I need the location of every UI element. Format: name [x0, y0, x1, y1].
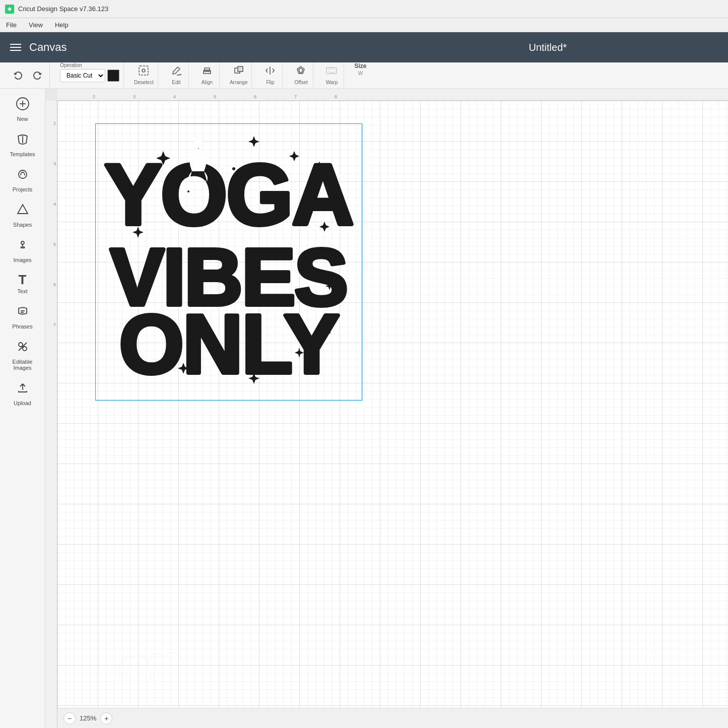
warp-button[interactable] [323, 62, 340, 79]
sidebar-item-projects[interactable]: Projects [3, 163, 43, 196]
operation-select-row: Basic Cut [60, 69, 119, 82]
zoom-in-button[interactable]: + [100, 712, 112, 724]
undo-button[interactable] [10, 68, 26, 84]
main-header: Canvas Untitled* [0, 32, 728, 62]
align-label: Align [202, 80, 213, 85]
svg-rect-0 [139, 66, 148, 75]
document-title: Untitled* [378, 42, 718, 53]
ruler-horizontal: 2 3 4 5 6 7 8 [57, 89, 728, 101]
undo-redo-group [6, 62, 50, 88]
phrases-icon [16, 304, 30, 321]
svg-rect-4 [205, 68, 210, 70]
upload-icon [16, 381, 30, 398]
svg-rect-5 [204, 72, 211, 74]
ruler-mark-8: 8 [335, 94, 337, 99]
warp-group: Warp [319, 62, 344, 88]
ruler-vertical: 2 3 4 5 6 7 [45, 101, 57, 728]
sidebar-item-shapes[interactable]: Shapes [3, 198, 43, 232]
zoom-value: 125% [80, 714, 96, 722]
main-content: New Templates Projects [0, 89, 728, 728]
templates-icon [16, 132, 30, 149]
ruler-mark-3: 3 [133, 94, 136, 99]
flip-button[interactable] [262, 62, 278, 79]
deselect-label: Deselect [134, 80, 154, 85]
ruler-mark-5: 5 [214, 94, 216, 99]
ruler-mark-v-2: 2 [53, 121, 56, 126]
operation-group: Operation Basic Cut [56, 62, 124, 88]
deselect-group: Deselect [130, 62, 158, 88]
title-bar: Cricut Design Space v7.36.123 [0, 0, 728, 18]
hamburger-button[interactable] [10, 44, 21, 51]
toolbar: Operation Basic Cut Deselect Edit [0, 62, 728, 89]
ruler-mark-v-5: 5 [53, 242, 56, 247]
sidebar-label-new: New [17, 116, 28, 122]
bottom-bar: − 125% + [57, 708, 728, 728]
zoom-out-button[interactable]: − [63, 712, 76, 724]
edit-group: Edit [164, 62, 189, 88]
new-icon [16, 97, 30, 114]
flip-label: Flip [266, 80, 274, 85]
canvas-area[interactable]: 2 3 4 5 6 7 8 2 3 4 5 6 7 [45, 89, 728, 728]
shapes-icon [16, 203, 30, 220]
redo-button[interactable] [29, 68, 45, 84]
operation-dropdown[interactable]: Basic Cut [60, 69, 105, 82]
sidebar-item-images[interactable]: Images [3, 234, 43, 267]
sidebar-item-phrases[interactable]: Phrases [3, 300, 43, 334]
arrange-group: Arrange [226, 62, 252, 88]
design-element[interactable]: YOGA VIBES ONLY [98, 126, 360, 398]
align-button[interactable] [199, 62, 215, 79]
sidebar-item-editable-images[interactable]: Editable Images [3, 336, 43, 375]
sidebar-label-upload: Upload [14, 400, 31, 406]
edit-button[interactable] [168, 62, 184, 79]
sidebar-label-phrases: Phrases [12, 323, 32, 329]
sidebar-item-new[interactable]: New [3, 93, 43, 126]
warp-label: Warp [326, 80, 338, 85]
svg-text:ONLY: ONLY [119, 298, 338, 390]
svg-marker-10 [299, 68, 303, 73]
svg-text:YOGA: YOGA [105, 147, 353, 242]
offset-group: Offset [289, 62, 313, 88]
sidebar-item-templates[interactable]: Templates [3, 128, 43, 161]
svg-point-1 [142, 69, 145, 72]
menu-bar: File View Help [0, 18, 728, 32]
svg-point-17 [21, 241, 24, 244]
menu-help[interactable]: Help [53, 20, 71, 30]
offset-button[interactable] [293, 62, 309, 79]
size-label: Size [354, 62, 366, 70]
sidebar-item-text[interactable]: T Text [3, 269, 43, 298]
svg-marker-16 [18, 205, 28, 214]
app-logo [5, 5, 14, 14]
edit-label: Edit [172, 80, 180, 85]
ruler-mark-v-7: 7 [53, 322, 56, 327]
offset-label: Offset [294, 80, 308, 85]
ruler-mark-6: 6 [254, 94, 256, 99]
sidebar-item-upload[interactable]: Upload [3, 377, 43, 410]
sidebar: New Templates Projects [0, 89, 45, 728]
ruler-mark-2: 2 [93, 94, 95, 99]
canvas-grid: YOGA VIBES ONLY [57, 101, 728, 708]
flip-group: Flip [258, 62, 283, 88]
svg-rect-7 [238, 67, 243, 72]
color-swatch[interactable] [107, 70, 119, 82]
canvas-title: Canvas [29, 41, 370, 54]
svg-point-20 [19, 343, 23, 347]
operation-label: Operation [60, 62, 82, 68]
size-w-label: W [358, 71, 363, 76]
sidebar-label-editable-images: Editable Images [5, 359, 41, 371]
menu-file[interactable]: File [4, 20, 19, 30]
watermark: THREE DOVE [108, 642, 198, 683]
text-icon: T [19, 273, 27, 286]
ruler-mark-4: 4 [173, 94, 176, 99]
sidebar-label-images: Images [13, 257, 31, 263]
ruler-mark-v-6: 6 [53, 282, 56, 287]
menu-view[interactable]: View [27, 20, 45, 30]
arrange-label: Arrange [230, 80, 248, 85]
editable-images-icon [16, 340, 30, 357]
projects-icon [16, 167, 30, 184]
arrange-button[interactable] [231, 62, 247, 79]
ruler-mark-v-4: 4 [53, 202, 56, 207]
ruler-mark-v-3: 3 [53, 161, 56, 166]
sidebar-label-text: Text [17, 288, 27, 294]
svg-point-21 [23, 347, 27, 351]
deselect-button[interactable] [136, 62, 152, 79]
